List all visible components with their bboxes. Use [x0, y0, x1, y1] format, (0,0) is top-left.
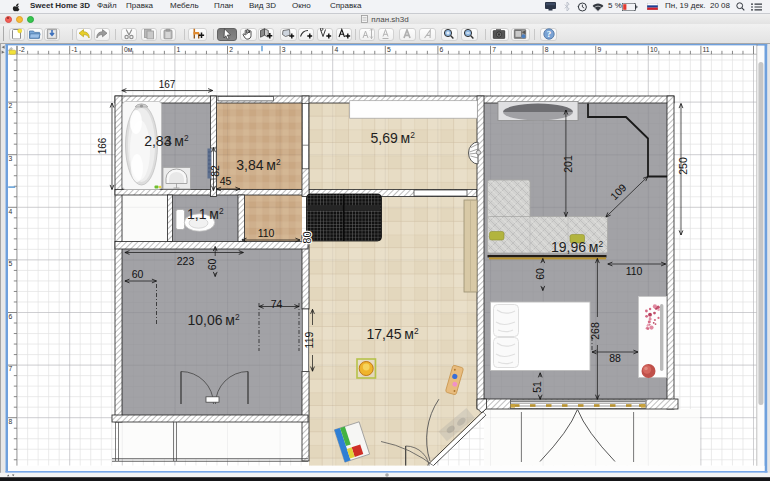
- svg-text:60: 60: [534, 268, 546, 280]
- svg-text:80: 80: [301, 231, 313, 243]
- svg-text:7: 7: [492, 46, 496, 53]
- svg-text:10: 10: [650, 46, 658, 53]
- svg-text:5: 5: [9, 260, 13, 267]
- svg-text:-1: -1: [71, 46, 77, 53]
- svg-text:8: 8: [545, 46, 549, 53]
- svg-text:3: 3: [282, 46, 286, 53]
- svg-text:3: 3: [9, 155, 13, 162]
- svg-text:4: 4: [9, 208, 13, 215]
- svg-text:1: 1: [177, 46, 181, 53]
- svg-text:74: 74: [271, 298, 283, 310]
- svg-text:?: ?: [546, 29, 551, 39]
- svg-text:167: 167: [159, 79, 176, 90]
- svg-text:7: 7: [9, 365, 13, 372]
- svg-text:51: 51: [531, 381, 543, 393]
- svg-text:166: 166: [97, 137, 108, 154]
- svg-text:6: 6: [9, 313, 13, 320]
- svg-text:110: 110: [626, 265, 643, 277]
- svg-text:268: 268: [589, 322, 601, 340]
- svg-text:88: 88: [609, 352, 621, 364]
- svg-text:17,45 м2: 17,45 м2: [367, 326, 419, 342]
- svg-text:6: 6: [440, 46, 444, 53]
- svg-text:1,1 м2: 1,1 м2: [187, 206, 224, 222]
- svg-text:5,69 м2: 5,69 м2: [371, 130, 416, 146]
- svg-text:0м: 0м: [124, 46, 133, 53]
- svg-text:223: 223: [177, 255, 195, 267]
- svg-text:5: 5: [387, 46, 391, 53]
- svg-text:-2: -2: [19, 46, 25, 53]
- svg-text:250: 250: [677, 157, 689, 175]
- svg-text:8: 8: [9, 418, 13, 425]
- svg-text:4: 4: [164, 133, 172, 149]
- svg-text:60: 60: [206, 259, 218, 271]
- svg-text:9: 9: [597, 46, 601, 53]
- svg-text:119: 119: [303, 331, 315, 348]
- svg-text:3,84 м2: 3,84 м2: [236, 157, 281, 173]
- svg-text:110: 110: [258, 227, 275, 239]
- svg-text:45: 45: [220, 175, 232, 187]
- svg-text:2: 2: [229, 46, 233, 53]
- svg-text:10,06 м2: 10,06 м2: [188, 312, 240, 328]
- svg-text:4: 4: [334, 46, 338, 53]
- svg-text:19,96 м2: 19,96 м2: [551, 239, 603, 255]
- svg-text:201: 201: [562, 155, 574, 173]
- svg-text:60: 60: [132, 268, 144, 280]
- svg-text:2: 2: [9, 102, 13, 109]
- svg-text:11: 11: [703, 46, 710, 53]
